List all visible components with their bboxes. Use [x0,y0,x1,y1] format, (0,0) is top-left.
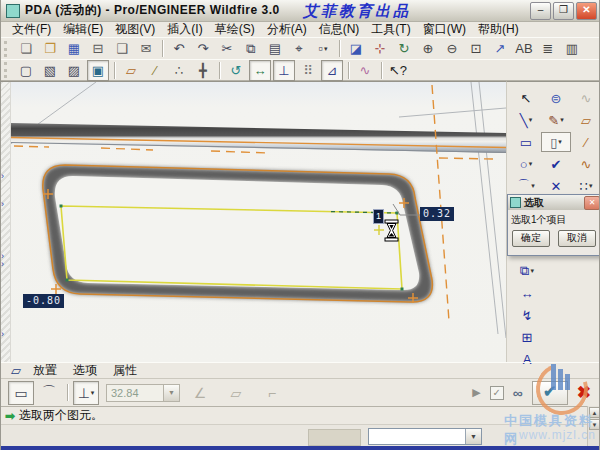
layers-button[interactable]: ≣ [537,38,559,59]
flyout-tool[interactable]: ▯▾ [541,132,571,152]
close-button[interactable]: ✕ [576,2,597,20]
line-tool-dropdown[interactable]: ▾ [529,116,533,124]
redo-button[interactable]: ↷ [192,38,214,59]
view-manager-button[interactable]: ▥ [561,38,583,59]
new-file-button[interactable]: ❏ [15,38,37,59]
print-setup-button[interactable]: ❑ [111,38,133,59]
rectangle-tool[interactable]: ▭ [511,132,541,152]
section-display-button[interactable]: ∿ [354,60,376,81]
solid-button[interactable]: ▭ [8,381,34,405]
arc-tool-dropdown[interactable]: ▾ [531,182,535,190]
depth-value-combo[interactable]: 32.84 ▼ [106,384,180,402]
accept-feature-button[interactable]: ✔ [532,381,568,405]
find-button[interactable]: ⌖ [288,38,310,59]
dimension-value-left[interactable]: -0.80 [23,294,64,308]
orient-button[interactable]: ↗ [489,38,511,59]
use-edge-tool[interactable]: ⧉▾ [514,261,540,281]
dialog-close-icon[interactable]: ✕ [584,196,600,210]
circle-tool[interactable]: ○▾ [511,154,541,174]
depth-direction-button[interactable]: ⊥▾ [73,381,99,405]
zoom-in-button[interactable]: ⊕ [417,38,439,59]
tab-placement[interactable]: 放置 [33,362,57,379]
modify-tool[interactable]: ↯ [514,305,540,325]
undo-button[interactable]: ↶ [168,38,190,59]
save-button[interactable]: ▦ [63,38,85,59]
plane-display-toggle[interactable]: ▱ [120,60,142,81]
filter-combo[interactable]: ▼ [368,428,482,445]
menu-insert[interactable]: 插入(I) [161,21,208,38]
freehand-tool[interactable]: ✎▾ [541,110,571,130]
point-display-toggle[interactable]: ∴ [168,60,190,81]
sketch-view-button[interactable]: ◪ [345,38,367,59]
shaded-button[interactable]: ▣ [87,60,109,81]
cancel-feature-button[interactable]: ✖ [577,382,591,403]
annotation-display-button[interactable]: AB [513,38,535,59]
menu-edit[interactable]: 编辑(E) [57,21,109,38]
tab-properties[interactable]: 属性 [113,362,137,379]
oval-select-tool[interactable]: ⊜ [541,88,571,108]
copy-button[interactable]: ⧉ [240,38,262,59]
chevron-down-icon[interactable]: ▼ [465,429,481,444]
cut-button[interactable]: ✂ [216,38,238,59]
sketch-geometry[interactable] [1,82,506,363]
circle-tool-dropdown[interactable]: ▾ [529,160,533,168]
dim-display-toggle[interactable]: ↔ [249,60,271,81]
point-tool-dropdown[interactable]: ▾ [589,182,593,190]
chevron-down-icon[interactable]: ▼ [163,385,179,401]
flyout-tool-dropdown[interactable]: ▾ [558,138,562,146]
dialog-cancel-button[interactable]: 取消 [558,230,596,247]
point-tool[interactable]: ∷▾ [571,176,600,196]
context-help-button[interactable]: ↖? [387,60,409,81]
datum-axes-button[interactable]: ⊹ [369,38,391,59]
menu-info[interactable]: 信息(N) [313,21,366,38]
csys-display-toggle[interactable]: ╋ [192,60,214,81]
wireframe-button[interactable]: ▢ [15,60,37,81]
menu-help[interactable]: 帮助(H) [472,21,525,38]
menu-file[interactable]: 文件(F) [6,21,57,38]
menu-analysis[interactable]: 分析(A) [261,21,313,38]
sketch-orient-button[interactable]: ↺ [225,60,247,81]
use-edge-tool-dropdown[interactable]: ▾ [530,267,534,275]
select-box-button[interactable]: ▫▾ [312,38,334,59]
scroll-down-icon[interactable]: ▼ [589,419,600,430]
select-dialog-titlebar[interactable]: 选取 ✕ [508,195,600,210]
paste-button[interactable]: ▤ [264,38,286,59]
dimension-value-top[interactable]: 0.32 [420,207,454,221]
depth-direction-button-dropdown[interactable]: ▾ [91,389,95,397]
menu-window[interactable]: 窗口(W) [417,21,472,38]
hidden-line-button[interactable]: ▧ [39,60,61,81]
grid-display-toggle[interactable]: ⠿ [297,60,319,81]
refit-button[interactable]: ↻ [393,38,415,59]
select-box-button-dropdown[interactable]: ▾ [324,45,328,53]
delete-tool[interactable]: ✕ [541,176,571,196]
arc-tool[interactable]: ⌒▾ [511,176,541,196]
dimension-tool[interactable]: ↔ [514,283,540,303]
regenerate-checkbox[interactable]: ✓ [490,386,504,400]
menu-tools[interactable]: 工具(T) [365,21,416,38]
accept-tool[interactable]: ✔ [541,154,571,174]
print-button[interactable]: ⊟ [87,38,109,59]
zoom-fit-button[interactable]: ⊡ [465,38,487,59]
open-button[interactable]: ❐ [39,38,61,59]
axis-display-toggle[interactable]: ∕ [144,60,166,81]
parallelogram-tool[interactable]: ▱ [571,110,600,130]
vertex-display-toggle[interactable]: ⊿ [321,60,343,81]
zoom-out-button[interactable]: ⊖ [441,38,463,59]
restore-button[interactable]: ❐ [553,2,574,20]
centerline-tool[interactable]: ∕ [571,132,600,152]
minimize-button[interactable]: – [530,2,551,20]
surface-button[interactable]: ⌒ [36,381,62,405]
freehand-tool-dropdown[interactable]: ▾ [560,116,564,124]
preview-button[interactable]: ∞ [513,385,523,401]
tab-options[interactable]: 选项 [73,362,97,379]
pause-button[interactable]: ▶ [472,386,480,399]
send-mail-button[interactable]: ✉ [135,38,157,59]
dialog-ok-button[interactable]: 确定 [512,230,550,247]
select-tool[interactable]: ↖ [511,88,541,108]
graphics-area[interactable]: ››››› [1,81,506,362]
scroll-up-icon[interactable]: ▲ [589,407,600,418]
constrain-tool[interactable]: ⊞ [514,327,540,347]
spline-tool[interactable]: ∿ [571,154,600,174]
menu-view[interactable]: 视图(V) [109,21,161,38]
menu-sketch[interactable]: 草绘(S) [209,21,261,38]
